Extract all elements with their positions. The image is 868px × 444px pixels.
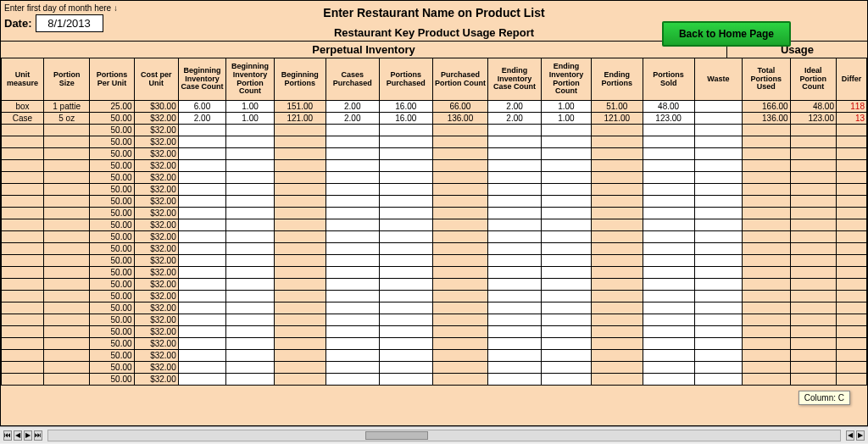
cell[interactable] [274, 172, 326, 184]
cell[interactable]: 5 oz [44, 113, 90, 125]
cell[interactable] [488, 136, 542, 148]
cell[interactable] [836, 291, 866, 302]
cell[interactable] [790, 350, 836, 362]
cell[interactable]: 1.00 [542, 113, 592, 125]
cell[interactable] [694, 113, 743, 125]
cell[interactable] [432, 267, 487, 279]
table-row[interactable]: 50.00$32.00 [2, 279, 867, 291]
cell[interactable] [643, 208, 694, 219]
cell[interactable]: 50.00 [90, 125, 134, 136]
table-row[interactable]: 50.00$32.00 [2, 136, 867, 148]
cell[interactable] [2, 314, 44, 326]
cell[interactable] [274, 326, 326, 338]
cell[interactable] [432, 350, 487, 362]
cell[interactable]: $32.00 [134, 113, 178, 125]
cell[interactable] [226, 255, 275, 267]
cell[interactable] [836, 267, 866, 279]
cell[interactable] [226, 184, 275, 196]
cell[interactable] [2, 243, 44, 255]
cell[interactable]: 50.00 [90, 374, 134, 386]
cell[interactable] [2, 267, 44, 279]
cell[interactable] [274, 267, 326, 279]
cell[interactable]: 13 [836, 113, 866, 125]
cell[interactable] [542, 314, 592, 326]
cell[interactable]: $32.00 [134, 208, 178, 219]
cell[interactable] [591, 255, 643, 267]
cell[interactable] [326, 326, 379, 338]
scroll-left-icon[interactable]: ◀ [846, 430, 854, 441]
cell[interactable] [694, 255, 743, 267]
cell[interactable] [2, 184, 44, 196]
table-row[interactable]: 50.00$32.00 [2, 243, 867, 255]
cell[interactable] [743, 267, 791, 279]
cell[interactable] [790, 160, 836, 172]
cell[interactable] [432, 125, 487, 136]
cell[interactable]: 2.00 [326, 101, 379, 113]
cell[interactable] [226, 279, 275, 291]
cell[interactable]: $32.00 [134, 338, 178, 350]
cell[interactable] [226, 231, 275, 243]
cell[interactable]: 50.00 [90, 302, 134, 314]
cell[interactable] [274, 208, 326, 219]
cell[interactable] [488, 338, 542, 350]
cell[interactable] [790, 314, 836, 326]
cell[interactable]: 50.00 [90, 184, 134, 196]
cell[interactable]: $32.00 [134, 362, 178, 374]
cell[interactable]: $32.00 [134, 148, 178, 160]
cell[interactable] [836, 136, 866, 148]
cell[interactable] [488, 172, 542, 184]
cell[interactable]: 121.00 [274, 113, 326, 125]
cell[interactable] [178, 326, 226, 338]
cell[interactable] [379, 338, 432, 350]
cell[interactable] [643, 291, 694, 302]
table-row[interactable]: 50.00$32.00 [2, 184, 867, 196]
cell[interactable] [178, 184, 226, 196]
cell[interactable] [326, 267, 379, 279]
cell[interactable] [178, 291, 226, 302]
cell[interactable] [326, 184, 379, 196]
cell[interactable] [694, 184, 743, 196]
cell[interactable] [178, 302, 226, 314]
cell[interactable] [178, 219, 226, 231]
cell[interactable] [836, 172, 866, 184]
cell[interactable] [226, 208, 275, 219]
cell[interactable] [274, 279, 326, 291]
cell[interactable] [694, 267, 743, 279]
cell[interactable] [643, 374, 694, 386]
cell[interactable] [542, 172, 592, 184]
cell[interactable] [432, 136, 487, 148]
cell[interactable] [379, 326, 432, 338]
cell[interactable] [694, 350, 743, 362]
nav-last-icon[interactable]: ⏭ [34, 430, 42, 441]
table-row[interactable]: 50.00$32.00 [2, 267, 867, 279]
cell[interactable] [274, 350, 326, 362]
cell[interactable] [643, 219, 694, 231]
cell[interactable] [274, 338, 326, 350]
cell[interactable] [743, 255, 791, 267]
cell[interactable] [326, 314, 379, 326]
cell[interactable] [326, 160, 379, 172]
cell[interactable] [326, 255, 379, 267]
cell[interactable] [44, 136, 90, 148]
cell[interactable]: $32.00 [134, 267, 178, 279]
cell[interactable]: $32.00 [134, 231, 178, 243]
cell[interactable] [643, 136, 694, 148]
cell[interactable]: $32.00 [134, 243, 178, 255]
cell[interactable] [836, 279, 866, 291]
cell[interactable]: 50.00 [90, 279, 134, 291]
cell[interactable] [591, 231, 643, 243]
cell[interactable]: $32.00 [134, 136, 178, 148]
cell[interactable] [790, 243, 836, 255]
cell[interactable]: $32.00 [134, 291, 178, 302]
cell[interactable] [591, 350, 643, 362]
cell[interactable] [2, 160, 44, 172]
cell[interactable] [2, 172, 44, 184]
cell[interactable] [432, 231, 487, 243]
cell[interactable] [44, 314, 90, 326]
cell[interactable] [591, 243, 643, 255]
cell[interactable]: 1.00 [226, 113, 275, 125]
cell[interactable]: 16.00 [379, 113, 432, 125]
cell[interactable] [178, 231, 226, 243]
cell[interactable] [694, 160, 743, 172]
cell[interactable] [743, 172, 791, 184]
